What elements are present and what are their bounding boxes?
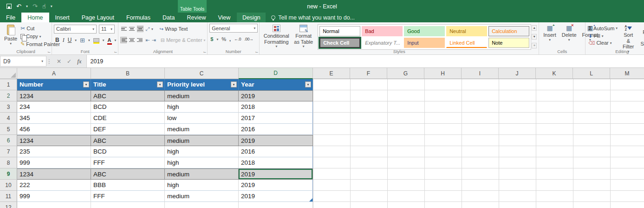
style-neutral[interactable]: Neutral <box>446 26 487 36</box>
cell-C10[interactable]: high <box>165 180 239 191</box>
style-check-cell[interactable]: Check Cell <box>319 38 360 48</box>
table-header-year[interactable]: Year ▾ <box>239 79 313 90</box>
style-normal[interactable]: Normal <box>319 26 360 36</box>
borders-dropdown-icon[interactable]: ▾ <box>88 38 90 42</box>
italic-button[interactable]: I <box>63 37 65 44</box>
style-bad[interactable]: Bad <box>362 26 403 36</box>
cell-A12[interactable] <box>17 202 91 208</box>
style-explanatory[interactable]: Explanatory T... <box>362 38 403 48</box>
column-header-E[interactable]: E <box>313 68 350 79</box>
orientation-icon[interactable]: ⤢ <box>145 26 150 32</box>
cell-A2[interactable]: 1234 <box>17 90 91 101</box>
style-good[interactable]: Good <box>404 26 445 36</box>
row-header-8[interactable]: 8 <box>0 157 17 168</box>
cell-B3[interactable]: BCD <box>91 101 165 113</box>
column-header-I[interactable]: I <box>462 68 499 79</box>
underline-dropdown-icon[interactable]: ▾ <box>75 38 77 42</box>
row-header-9[interactable]: 9 <box>0 168 17 180</box>
font-dialog-launcher-icon[interactable]: ⌙ <box>114 50 117 54</box>
row-header-1[interactable]: 1 <box>0 79 17 90</box>
row-header-4[interactable]: 4 <box>0 113 17 124</box>
save-icon[interactable] <box>7 4 12 9</box>
cell-B12[interactable] <box>91 202 165 208</box>
name-box-resize-handle[interactable]: ⋮ <box>46 55 52 67</box>
fill-color-dropdown-icon[interactable]: ▾ <box>103 38 104 42</box>
cell-B11[interactable]: FFF <box>91 191 165 202</box>
table-header-number[interactable]: Number ▾ <box>17 79 91 90</box>
column-header-G[interactable]: G <box>387 68 424 79</box>
style-calculation[interactable]: Calculation <box>488 26 529 36</box>
cell-A7[interactable]: 235 <box>17 146 91 157</box>
cell-B10[interactable]: BBB <box>91 180 165 191</box>
fill-button[interactable]: ⬇ Fill ▾ <box>587 33 618 39</box>
table-header-priority[interactable]: Priority level ▾ <box>165 79 239 90</box>
cell-B2[interactable]: ABC <box>91 90 165 101</box>
cell-C11[interactable]: medium <box>165 191 239 202</box>
column-header-A[interactable]: A <box>17 68 91 79</box>
name-box[interactable]: D9 ▾ <box>0 56 46 67</box>
cell-C4[interactable]: low <box>165 113 239 124</box>
tab-page-layout[interactable]: Page Layout <box>76 13 120 22</box>
clipboard-dialog-launcher-icon[interactable]: ⌙ <box>47 50 51 54</box>
cell-A3[interactable]: 234 <box>17 101 91 113</box>
cell-B7[interactable]: BCD <box>91 146 165 157</box>
insert-function-icon[interactable]: fx <box>77 58 81 65</box>
cell-D2[interactable]: 2019 <box>239 90 313 101</box>
bold-button[interactable]: B <box>55 37 59 43</box>
cell-D7[interactable]: 2016 <box>239 146 313 157</box>
cell-D11[interactable]: 2019 <box>239 191 313 202</box>
row-header-3[interactable]: 3 <box>0 101 17 113</box>
cell-A6[interactable]: 1234 <box>17 135 91 146</box>
gallery-more-icon[interactable]: ≡ <box>532 43 537 48</box>
enter-icon[interactable]: ✓ <box>67 58 72 65</box>
cell-C9[interactable]: medium <box>165 168 239 180</box>
cell-D10[interactable]: 2019 <box>239 180 313 191</box>
cell-A9[interactable]: 1234 <box>17 168 91 180</box>
tab-design[interactable]: Design <box>237 13 266 22</box>
align-right-icon[interactable] <box>137 37 143 43</box>
cell-B4[interactable]: CDE <box>91 113 165 124</box>
cell-A5[interactable]: 456 <box>17 124 91 135</box>
filter-dropdown-icon[interactable]: ▾ <box>231 81 237 87</box>
column-header-B[interactable]: B <box>91 68 165 79</box>
insert-cells-button[interactable]: ▦+ Insert ▾ <box>541 24 559 48</box>
align-bottom-icon[interactable] <box>137 26 143 33</box>
row-header-6[interactable]: 6 <box>0 135 17 146</box>
percent-style-icon[interactable]: % <box>221 36 226 42</box>
cell-D8[interactable]: 2018 <box>239 157 313 168</box>
style-note[interactable]: Note <box>488 38 529 48</box>
cell-D9-active[interactable]: 2019 <box>239 168 313 180</box>
number-format-select[interactable]: General ▾ <box>209 24 258 33</box>
tab-file[interactable]: File <box>0 13 21 22</box>
cell-D6[interactable]: 2019 <box>239 135 313 146</box>
cell-D4[interactable]: 2017 <box>239 113 313 124</box>
row-header-7[interactable]: 7 <box>0 146 17 157</box>
formula-input[interactable]: 2019 <box>86 55 644 67</box>
cell-C12[interactable] <box>165 202 239 208</box>
cell-B9[interactable]: ABC <box>91 168 165 180</box>
tab-review[interactable]: Review <box>181 13 212 22</box>
tab-view[interactable]: View <box>212 13 236 22</box>
filter-dropdown-icon[interactable]: ▾ <box>83 81 89 87</box>
row-header-2[interactable]: 2 <box>0 90 17 101</box>
cell-C6[interactable]: medium <box>165 135 239 146</box>
cell-A10[interactable]: 222 <box>17 180 91 191</box>
row-header-10[interactable]: 10 <box>0 180 17 191</box>
font-color-icon[interactable]: A <box>108 38 111 43</box>
cell-B6[interactable]: ABC <box>91 135 165 146</box>
undo-icon[interactable]: ↶ <box>16 3 21 9</box>
font-name-select[interactable]: Calibri ▾ <box>54 25 97 34</box>
cell-A11[interactable]: 999 <box>17 191 91 202</box>
cell-C2[interactable]: medium <box>165 90 239 101</box>
align-middle-icon[interactable] <box>129 26 135 32</box>
align-top-icon[interactable] <box>120 26 127 32</box>
column-header-K[interactable]: K <box>536 68 573 79</box>
touch-mode-icon[interactable]: ☝ <box>42 3 46 9</box>
tab-home[interactable]: Home <box>21 13 49 22</box>
cell-D12[interactable] <box>239 202 313 208</box>
cell-C7[interactable]: high <box>165 146 239 157</box>
row-header-12[interactable]: 12 <box>0 202 17 208</box>
column-header-C[interactable]: C <box>165 68 239 79</box>
accounting-format-icon[interactable]: $ <box>210 36 213 42</box>
format-as-table-button[interactable]: Format as Table ▾ <box>291 24 316 50</box>
